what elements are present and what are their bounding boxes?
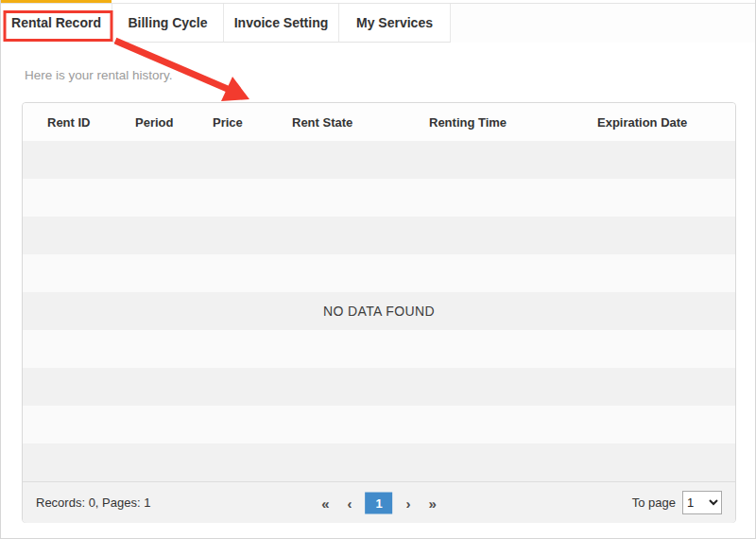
table-row bbox=[23, 330, 735, 368]
tab-bar-filler bbox=[451, 4, 755, 43]
previous-page-button[interactable]: ‹ bbox=[343, 494, 357, 512]
tab-bar: Rental Record Billing Cycle Invoice Sett… bbox=[1, 3, 755, 43]
tab-billing-cycle[interactable]: Billing Cycle bbox=[112, 4, 224, 43]
tab-my-services[interactable]: My Services bbox=[339, 4, 451, 43]
empty-state-row: NO DATA FOUND bbox=[23, 292, 735, 330]
tab-rental-record[interactable]: Rental Record bbox=[1, 4, 112, 43]
table-row bbox=[23, 443, 735, 481]
current-page-button[interactable]: 1 bbox=[366, 492, 393, 513]
table-row bbox=[23, 217, 735, 254]
page-select[interactable]: 1 bbox=[682, 491, 722, 514]
last-page-button[interactable]: » bbox=[424, 494, 441, 512]
table-body: NO DATA FOUND bbox=[23, 141, 735, 481]
rental-record-page: Rental Record Billing Cycle Invoice Sett… bbox=[0, 0, 756, 539]
intro-text: Here is your rental history. bbox=[25, 68, 173, 82]
tab-my-services-label: My Services bbox=[356, 15, 433, 30]
column-header-period: Period bbox=[135, 115, 213, 130]
table-row bbox=[23, 179, 735, 217]
column-header-renting-time: Renting Time bbox=[429, 115, 597, 130]
tab-billing-cycle-label: Billing Cycle bbox=[128, 15, 207, 30]
records-summary: Records: 0, Pages: 1 bbox=[36, 496, 150, 510]
table-row bbox=[23, 141, 735, 179]
column-header-expiration-date: Expiration Date bbox=[597, 115, 735, 130]
column-header-rent-id: Rent ID bbox=[47, 115, 135, 130]
tab-invoice-setting[interactable]: Invoice Setting bbox=[224, 4, 339, 43]
column-header-price: Price bbox=[213, 115, 292, 130]
rental-history-table: Rent ID Period Price Rent State Renting … bbox=[22, 102, 736, 523]
table-row bbox=[23, 254, 735, 292]
tab-rental-record-label: Rental Record bbox=[11, 15, 101, 30]
first-page-button[interactable]: « bbox=[317, 494, 334, 512]
table-row bbox=[23, 368, 735, 406]
next-page-button[interactable]: › bbox=[402, 494, 416, 512]
to-page-label: To page bbox=[632, 496, 676, 510]
annotation-arrow-shaft bbox=[115, 41, 230, 90]
to-page-control: To page 1 bbox=[632, 491, 722, 514]
table-row bbox=[23, 406, 735, 443]
table-header-row: Rent ID Period Price Rent State Renting … bbox=[23, 103, 735, 141]
column-header-rent-state: Rent State bbox=[292, 115, 429, 130]
no-data-message: NO DATA FOUND bbox=[323, 304, 435, 319]
table-footer: Records: 0, Pages: 1 « ‹ 1 › » To page 1 bbox=[23, 481, 735, 523]
tab-invoice-setting-label: Invoice Setting bbox=[234, 15, 329, 30]
pagination: « ‹ 1 › » bbox=[317, 492, 441, 513]
annotation-arrow-head bbox=[221, 77, 249, 101]
